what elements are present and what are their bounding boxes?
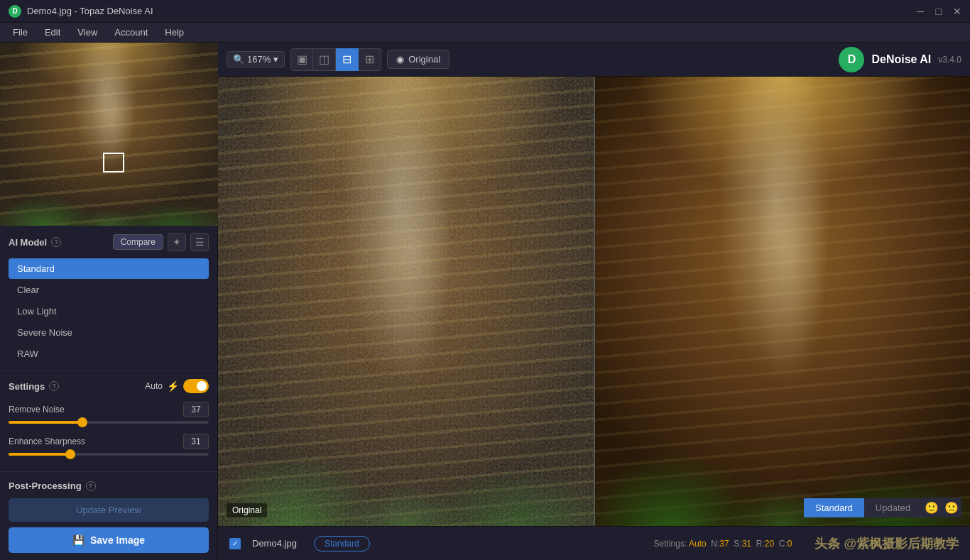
model-clear[interactable]: Clear [9,280,209,300]
original-image [218,77,594,526]
menu-help[interactable]: Help [158,26,191,39]
menu-account[interactable]: Account [107,26,155,39]
file-checkbox[interactable]: ✓ [229,538,241,549]
view-split-h-btn[interactable]: ◫ [313,48,336,71]
post-processing-section: Post-Processing ? Update Preview 💾 Save … [0,472,217,559]
view-split-v-btn[interactable]: ⊟ [336,48,359,71]
ai-model-header: AI Model ? Compare ✦ ☰ [9,233,209,251]
comparison-updated-label[interactable]: Updated [864,498,922,517]
titlebar-controls[interactable]: ─ □ ✕ [917,6,961,17]
enhance-sharpness-track[interactable] [9,453,209,456]
post-processing-title: Post-Processing [9,481,82,491]
ai-model-buttons: Compare ✦ ☰ [113,233,209,251]
view-single-btn[interactable]: ▣ [290,48,313,71]
orig-noise2 [218,77,594,526]
zoom-chevron: ▾ [273,54,278,65]
model-standard[interactable]: Standard [9,258,209,279]
proc-leaves [595,324,971,526]
thumbnail-noise [0,43,218,226]
titlebar-left: D Demo4.jpg - Topaz DeNoise AI [9,5,153,18]
bottom-bar: ✓ Demo4.jpg Standard Settings: Auto N:37… [218,526,970,560]
remove-noise-fill [9,421,82,424]
bulb-icon-btn[interactable]: ✦ [168,233,186,251]
remove-noise-label: Remove Noise [9,405,65,414]
original-panel: Original [218,77,595,526]
model-badge[interactable]: Standard [314,536,370,551]
minimize-button[interactable]: ─ [917,6,925,17]
model-low-light[interactable]: Low Light [9,301,209,322]
auto-label: Auto [145,381,163,391]
menu-edit[interactable]: Edit [38,26,67,39]
window-title: Demo4.jpg - Topaz DeNoise AI [27,6,153,16]
ai-model-help-icon[interactable]: ? [51,237,61,247]
split-view: Original Standard Updated 🙂 [218,77,970,526]
settings-help-icon[interactable]: ? [49,381,59,391]
titlebar: D Demo4.jpg - Topaz DeNoise AI ─ □ ✕ [0,0,970,23]
original-label-badge: Original [227,503,267,517]
settings-info: Settings: Auto N:37 S:31 R:20 C:0 [654,539,792,549]
zoom-icon: 🔍 [233,54,244,65]
enhance-sharpness-fill [9,453,70,456]
list-icon-btn[interactable]: ☰ [190,233,209,251]
original-label: Original [408,54,440,65]
main-layout: AI Model ? Compare ✦ ☰ Standard Clear Lo… [0,43,970,560]
comparison-thumbs-down-icon[interactable]: 🙁 [942,498,961,517]
zoom-control[interactable]: 🔍 167% ▾ [227,51,285,67]
menu-view[interactable]: View [70,26,104,39]
remove-noise-thumb[interactable] [77,417,87,427]
r-val: 20 [765,539,774,549]
thumbnail-image [0,43,218,226]
original-button[interactable]: ◉ Original [387,50,449,69]
remove-noise-track[interactable] [9,421,209,424]
settings-header: Settings ? Auto ⚡ [9,379,209,393]
enhance-sharpness-row: Enhance Sharpness 31 [9,434,209,456]
comparison-standard-label[interactable]: Standard [804,498,864,517]
enhance-sharpness-label-row: Enhance Sharpness 31 [9,434,209,449]
remove-noise-row: Remove Noise 37 [9,402,209,424]
save-icon: 💾 [72,534,85,546]
model-severe-noise[interactable]: Severe Noise [9,322,209,343]
remove-noise-label-row: Remove Noise 37 [9,402,209,417]
post-processing-help-icon[interactable]: ? [86,481,96,491]
thumbnail-selection-box[interactable] [103,153,124,172]
compare-button[interactable]: Compare [113,234,163,250]
model-raw[interactable]: RAW [9,344,209,364]
update-preview-button[interactable]: Update Preview [9,498,209,522]
zoom-value: 167% [247,54,271,65]
processed-image [595,77,971,526]
comparison-thumbs-up-icon[interactable]: 🙂 [922,498,942,517]
ai-model-title-row: AI Model ? [9,237,61,248]
settings-auto-label: Auto [689,539,707,549]
close-button[interactable]: ✕ [953,6,961,17]
toolbar-right: D DeNoise AI v3.4.0 [839,47,961,72]
menu-file[interactable]: File [6,26,35,39]
canvas-area[interactable]: Original Standard Updated 🙂 [218,77,970,526]
enhance-sharpness-thumb[interactable] [65,449,75,459]
settings-right: Auto ⚡ [145,379,209,393]
content-area: 🔍 167% ▾ ▣ ◫ ⊟ ⊞ ◉ Original D DeNoise AI [218,43,970,560]
c-val: 0 [788,539,792,549]
auto-toggle[interactable] [183,379,209,393]
toolbar-left: 🔍 167% ▾ ▣ ◫ ⊟ ⊞ ◉ Original [227,48,449,71]
eye-icon: ◉ [396,54,404,65]
view-grid-btn[interactable]: ⊞ [359,48,381,71]
filename: Demo4.jpg [252,538,297,549]
menubar: File Edit View Account Help [0,23,970,43]
post-processing-title-row: Post-Processing ? [9,481,209,491]
enhance-sharpness-value[interactable]: 31 [183,434,209,449]
comparison-labels: Standard Updated 🙂 🙁 [804,498,961,517]
app-icon: D [9,5,21,18]
save-image-button[interactable]: 💾 Save Image [9,527,209,553]
settings-section: Settings ? Auto ⚡ Remove Noise 37 [0,370,217,472]
maximize-button[interactable]: □ [936,6,942,17]
ai-model-title: AI Model [9,237,47,248]
ai-model-section: AI Model ? Compare ✦ ☰ Standard Clear Lo… [0,226,217,370]
left-panel: AI Model ? Compare ✦ ☰ Standard Clear Lo… [0,43,218,560]
sharp-val: 31 [742,539,751,549]
thumbnail-area[interactable] [0,43,218,226]
app-version: v3.4.0 [938,55,961,65]
save-image-label: Save Image [90,534,145,546]
lightning-icon: ⚡ [167,380,179,392]
settings-title: Settings [9,381,45,392]
remove-noise-value[interactable]: 37 [183,402,209,417]
